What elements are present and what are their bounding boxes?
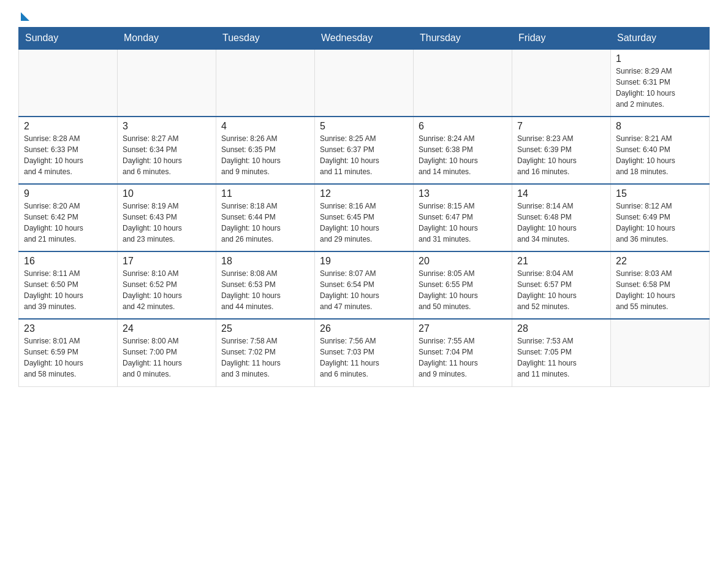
calendar-cell: 20Sunrise: 8:05 AM Sunset: 6:55 PM Dayli…: [414, 251, 512, 319]
calendar-cell: 8Sunrise: 8:21 AM Sunset: 6:40 PM Daylig…: [611, 117, 710, 184]
day-info: Sunrise: 7:58 AM Sunset: 7:02 PM Dayligh…: [221, 335, 309, 380]
day-info: Sunrise: 8:00 AM Sunset: 7:00 PM Dayligh…: [123, 335, 211, 380]
day-number: 24: [123, 323, 211, 334]
calendar-cell: 6Sunrise: 8:24 AM Sunset: 6:38 PM Daylig…: [414, 117, 512, 184]
calendar-cell: 1Sunrise: 8:29 AM Sunset: 6:31 PM Daylig…: [611, 49, 710, 117]
day-info: Sunrise: 8:19 AM Sunset: 6:43 PM Dayligh…: [123, 201, 211, 245]
calendar-cell: [118, 49, 216, 117]
calendar-cell: [611, 319, 710, 386]
calendar-cell: [315, 49, 414, 117]
day-number: 25: [221, 323, 309, 334]
calendar-cell: 23Sunrise: 8:01 AM Sunset: 6:59 PM Dayli…: [19, 319, 118, 386]
calendar-cell: 11Sunrise: 8:18 AM Sunset: 6:44 PM Dayli…: [216, 184, 315, 251]
day-info: Sunrise: 8:05 AM Sunset: 6:55 PM Dayligh…: [419, 268, 507, 312]
weekday-header-friday: Friday: [512, 28, 611, 50]
calendar-cell: 14Sunrise: 8:14 AM Sunset: 6:48 PM Dayli…: [512, 184, 611, 251]
day-number: 11: [221, 188, 309, 199]
day-number: 8: [616, 121, 704, 132]
day-info: Sunrise: 8:03 AM Sunset: 6:58 PM Dayligh…: [616, 268, 704, 312]
day-number: 12: [320, 188, 408, 199]
day-number: 13: [419, 188, 507, 199]
day-info: Sunrise: 7:53 AM Sunset: 7:05 PM Dayligh…: [517, 335, 605, 380]
weekday-header-sunday: Sunday: [19, 28, 118, 50]
day-number: 15: [616, 188, 704, 199]
calendar-cell: 4Sunrise: 8:26 AM Sunset: 6:35 PM Daylig…: [216, 117, 315, 184]
page-header: [18, 12, 710, 21]
day-info: Sunrise: 8:04 AM Sunset: 6:57 PM Dayligh…: [517, 268, 605, 312]
day-info: Sunrise: 8:11 AM Sunset: 6:50 PM Dayligh…: [24, 268, 112, 312]
calendar-cell: 22Sunrise: 8:03 AM Sunset: 6:58 PM Dayli…: [611, 251, 710, 319]
day-number: 14: [517, 188, 605, 199]
calendar-header-row: SundayMondayTuesdayWednesdayThursdayFrid…: [19, 28, 710, 50]
calendar-cell: 18Sunrise: 8:08 AM Sunset: 6:53 PM Dayli…: [216, 251, 315, 319]
day-number: 10: [123, 188, 211, 199]
calendar-cell: 5Sunrise: 8:25 AM Sunset: 6:37 PM Daylig…: [315, 117, 414, 184]
day-number: 22: [616, 256, 704, 267]
day-info: Sunrise: 8:29 AM Sunset: 6:31 PM Dayligh…: [616, 66, 704, 110]
calendar-cell: 13Sunrise: 8:15 AM Sunset: 6:47 PM Dayli…: [414, 184, 512, 251]
day-number: 3: [123, 121, 211, 132]
logo: [18, 12, 29, 21]
calendar-cell: 25Sunrise: 7:58 AM Sunset: 7:02 PM Dayli…: [216, 319, 315, 386]
day-number: 5: [320, 121, 408, 132]
calendar-cell: 28Sunrise: 7:53 AM Sunset: 7:05 PM Dayli…: [512, 319, 611, 386]
weekday-header-wednesday: Wednesday: [315, 28, 414, 50]
calendar-week-row: 23Sunrise: 8:01 AM Sunset: 6:59 PM Dayli…: [19, 319, 710, 386]
calendar-cell: 21Sunrise: 8:04 AM Sunset: 6:57 PM Dayli…: [512, 251, 611, 319]
calendar-week-row: 16Sunrise: 8:11 AM Sunset: 6:50 PM Dayli…: [19, 251, 710, 319]
day-info: Sunrise: 7:56 AM Sunset: 7:03 PM Dayligh…: [320, 335, 408, 380]
day-number: 23: [24, 323, 112, 334]
day-number: 16: [24, 256, 112, 267]
day-number: 2: [24, 121, 112, 132]
day-info: Sunrise: 8:10 AM Sunset: 6:52 PM Dayligh…: [123, 268, 211, 312]
calendar-cell: 16Sunrise: 8:11 AM Sunset: 6:50 PM Dayli…: [19, 251, 118, 319]
day-number: 1: [616, 53, 704, 64]
calendar-cell: [19, 49, 118, 117]
day-info: Sunrise: 8:27 AM Sunset: 6:34 PM Dayligh…: [123, 133, 211, 177]
calendar-cell: 2Sunrise: 8:28 AM Sunset: 6:33 PM Daylig…: [19, 117, 118, 184]
day-number: 17: [123, 256, 211, 267]
day-info: Sunrise: 8:12 AM Sunset: 6:49 PM Dayligh…: [616, 201, 704, 245]
calendar-cell: 10Sunrise: 8:19 AM Sunset: 6:43 PM Dayli…: [118, 184, 216, 251]
weekday-header-tuesday: Tuesday: [216, 28, 315, 50]
day-info: Sunrise: 8:25 AM Sunset: 6:37 PM Dayligh…: [320, 133, 408, 177]
day-info: Sunrise: 8:26 AM Sunset: 6:35 PM Dayligh…: [221, 133, 309, 177]
calendar-week-row: 1Sunrise: 8:29 AM Sunset: 6:31 PM Daylig…: [19, 49, 710, 117]
day-info: Sunrise: 8:01 AM Sunset: 6:59 PM Dayligh…: [24, 335, 112, 380]
day-info: Sunrise: 8:16 AM Sunset: 6:45 PM Dayligh…: [320, 201, 408, 245]
day-number: 27: [419, 323, 507, 334]
calendar-cell: 17Sunrise: 8:10 AM Sunset: 6:52 PM Dayli…: [118, 251, 216, 319]
day-number: 9: [24, 188, 112, 199]
weekday-header-thursday: Thursday: [414, 28, 512, 50]
calendar-week-row: 9Sunrise: 8:20 AM Sunset: 6:42 PM Daylig…: [19, 184, 710, 251]
calendar-cell: 3Sunrise: 8:27 AM Sunset: 6:34 PM Daylig…: [118, 117, 216, 184]
calendar-cell: [512, 49, 611, 117]
logo-triangle-icon: [21, 12, 29, 21]
calendar-cell: 12Sunrise: 8:16 AM Sunset: 6:45 PM Dayli…: [315, 184, 414, 251]
calendar-cell: [216, 49, 315, 117]
calendar-cell: [414, 49, 512, 117]
day-number: 4: [221, 121, 309, 132]
weekday-header-monday: Monday: [118, 28, 216, 50]
day-info: Sunrise: 8:08 AM Sunset: 6:53 PM Dayligh…: [221, 268, 309, 312]
calendar-table: SundayMondayTuesdayWednesdayThursdayFrid…: [18, 27, 710, 387]
day-number: 20: [419, 256, 507, 267]
calendar-week-row: 2Sunrise: 8:28 AM Sunset: 6:33 PM Daylig…: [19, 117, 710, 184]
day-number: 26: [320, 323, 408, 334]
day-number: 18: [221, 256, 309, 267]
day-info: Sunrise: 8:18 AM Sunset: 6:44 PM Dayligh…: [221, 201, 309, 245]
day-number: 21: [517, 256, 605, 267]
day-info: Sunrise: 8:07 AM Sunset: 6:54 PM Dayligh…: [320, 268, 408, 312]
day-info: Sunrise: 8:15 AM Sunset: 6:47 PM Dayligh…: [419, 201, 507, 245]
day-number: 19: [320, 256, 408, 267]
day-number: 7: [517, 121, 605, 132]
day-info: Sunrise: 8:28 AM Sunset: 6:33 PM Dayligh…: [24, 133, 112, 177]
calendar-cell: 24Sunrise: 8:00 AM Sunset: 7:00 PM Dayli…: [118, 319, 216, 386]
calendar-cell: 7Sunrise: 8:23 AM Sunset: 6:39 PM Daylig…: [512, 117, 611, 184]
day-info: Sunrise: 8:23 AM Sunset: 6:39 PM Dayligh…: [517, 133, 605, 177]
calendar-cell: 19Sunrise: 8:07 AM Sunset: 6:54 PM Dayli…: [315, 251, 414, 319]
weekday-header-saturday: Saturday: [611, 28, 710, 50]
day-info: Sunrise: 8:21 AM Sunset: 6:40 PM Dayligh…: [616, 133, 704, 177]
day-info: Sunrise: 8:14 AM Sunset: 6:48 PM Dayligh…: [517, 201, 605, 245]
calendar-cell: 26Sunrise: 7:56 AM Sunset: 7:03 PM Dayli…: [315, 319, 414, 386]
